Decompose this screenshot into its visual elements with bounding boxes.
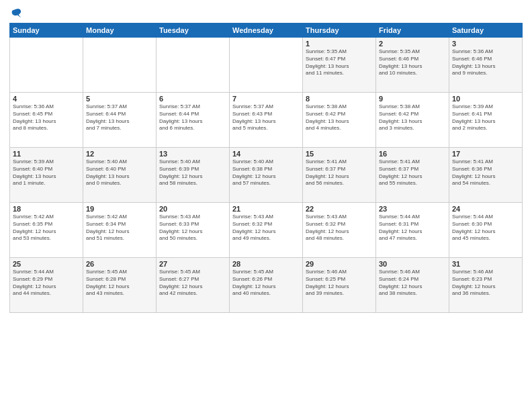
logo <box>9 7 22 19</box>
day-info: Sunrise: 5:38 AMSunset: 6:42 PMDaylight:… <box>379 103 446 132</box>
calendar-cell: 24Sunrise: 5:44 AMSunset: 6:30 PMDayligh… <box>449 203 523 258</box>
day-number: 22 <box>306 205 373 213</box>
day-info: Sunrise: 5:39 AMSunset: 6:40 PMDaylight:… <box>13 158 80 187</box>
day-number: 25 <box>13 260 80 268</box>
day-info: Sunrise: 5:38 AMSunset: 6:42 PMDaylight:… <box>306 103 373 132</box>
day-info: Sunrise: 5:36 AMSunset: 6:46 PMDaylight:… <box>452 48 519 77</box>
day-number: 6 <box>159 95 226 103</box>
day-number: 10 <box>452 95 519 103</box>
calendar-cell <box>157 38 230 93</box>
weekday-header-tuesday: Tuesday <box>157 24 230 38</box>
day-number: 8 <box>306 95 373 103</box>
day-info: Sunrise: 5:36 AMSunset: 6:45 PMDaylight:… <box>13 103 80 132</box>
day-number: 31 <box>452 260 519 268</box>
day-number: 30 <box>379 260 446 268</box>
day-number: 4 <box>13 95 80 103</box>
calendar-cell: 23Sunrise: 5:44 AMSunset: 6:31 PMDayligh… <box>376 203 449 258</box>
calendar-cell: 28Sunrise: 5:45 AMSunset: 6:26 PMDayligh… <box>230 258 303 313</box>
day-number: 18 <box>13 205 80 213</box>
calendar-week-row: 11Sunrise: 5:39 AMSunset: 6:40 PMDayligh… <box>10 148 523 203</box>
calendar-cell: 22Sunrise: 5:43 AMSunset: 6:32 PMDayligh… <box>303 203 376 258</box>
day-info: Sunrise: 5:37 AMSunset: 6:44 PMDaylight:… <box>159 103 226 132</box>
calendar-cell: 16Sunrise: 5:41 AMSunset: 6:37 PMDayligh… <box>376 148 449 203</box>
day-number: 29 <box>306 260 373 268</box>
day-number: 28 <box>232 260 300 268</box>
weekday-header-wednesday: Wednesday <box>230 24 303 38</box>
day-info: Sunrise: 5:46 AMSunset: 6:24 PMDaylight:… <box>379 269 446 298</box>
calendar-cell: 31Sunrise: 5:46 AMSunset: 6:23 PMDayligh… <box>449 258 523 313</box>
day-number: 12 <box>86 150 153 158</box>
header <box>9 7 523 19</box>
day-info: Sunrise: 5:45 AMSunset: 6:26 PMDaylight:… <box>232 269 300 298</box>
day-info: Sunrise: 5:43 AMSunset: 6:32 PMDaylight:… <box>306 214 373 242</box>
day-number: 7 <box>232 95 300 103</box>
calendar-table: SundayMondayTuesdayWednesdayThursdayFrid… <box>9 23 523 313</box>
weekday-header-friday: Friday <box>376 24 449 38</box>
day-number: 27 <box>159 260 226 268</box>
calendar-cell: 26Sunrise: 5:45 AMSunset: 6:28 PMDayligh… <box>83 258 157 313</box>
calendar-cell: 18Sunrise: 5:42 AMSunset: 6:35 PMDayligh… <box>10 203 83 258</box>
weekday-header-row: SundayMondayTuesdayWednesdayThursdayFrid… <box>10 24 523 38</box>
day-info: Sunrise: 5:39 AMSunset: 6:41 PMDaylight:… <box>452 103 519 132</box>
day-info: Sunrise: 5:42 AMSunset: 6:35 PMDaylight:… <box>13 214 80 242</box>
day-info: Sunrise: 5:41 AMSunset: 6:37 PMDaylight:… <box>379 158 446 187</box>
day-info: Sunrise: 5:37 AMSunset: 6:43 PMDaylight:… <box>232 103 300 132</box>
day-info: Sunrise: 5:46 AMSunset: 6:25 PMDaylight:… <box>306 269 373 298</box>
day-number: 23 <box>379 205 446 213</box>
day-info: Sunrise: 5:44 AMSunset: 6:31 PMDaylight:… <box>379 214 446 242</box>
calendar-cell: 30Sunrise: 5:46 AMSunset: 6:24 PMDayligh… <box>376 258 449 313</box>
calendar-cell <box>10 38 83 93</box>
day-info: Sunrise: 5:35 AMSunset: 6:46 PMDaylight:… <box>379 48 446 77</box>
day-info: Sunrise: 5:40 AMSunset: 6:38 PMDaylight:… <box>232 158 300 187</box>
day-info: Sunrise: 5:42 AMSunset: 6:34 PMDaylight:… <box>86 214 153 242</box>
calendar-cell: 11Sunrise: 5:39 AMSunset: 6:40 PMDayligh… <box>10 148 83 203</box>
page-container: SundayMondayTuesdayWednesdayThursdayFrid… <box>0 0 532 317</box>
calendar-cell <box>230 38 303 93</box>
day-info: Sunrise: 5:41 AMSunset: 6:36 PMDaylight:… <box>452 158 519 187</box>
day-number: 21 <box>232 205 300 213</box>
day-number: 14 <box>232 150 300 158</box>
calendar-cell: 17Sunrise: 5:41 AMSunset: 6:36 PMDayligh… <box>449 148 523 203</box>
day-info: Sunrise: 5:37 AMSunset: 6:44 PMDaylight:… <box>86 103 153 132</box>
calendar-cell: 10Sunrise: 5:39 AMSunset: 6:41 PMDayligh… <box>449 93 523 148</box>
day-number: 1 <box>306 40 373 48</box>
calendar-week-row: 18Sunrise: 5:42 AMSunset: 6:35 PMDayligh… <box>10 203 523 258</box>
calendar-cell <box>83 38 157 93</box>
calendar-cell: 19Sunrise: 5:42 AMSunset: 6:34 PMDayligh… <box>83 203 157 258</box>
day-number: 20 <box>159 205 226 213</box>
day-info: Sunrise: 5:44 AMSunset: 6:30 PMDaylight:… <box>452 214 519 242</box>
calendar-cell: 3Sunrise: 5:36 AMSunset: 6:46 PMDaylight… <box>449 38 523 93</box>
calendar-cell: 7Sunrise: 5:37 AMSunset: 6:43 PMDaylight… <box>230 93 303 148</box>
day-info: Sunrise: 5:46 AMSunset: 6:23 PMDaylight:… <box>452 269 519 298</box>
calendar-cell: 8Sunrise: 5:38 AMSunset: 6:42 PMDaylight… <box>303 93 376 148</box>
calendar-cell: 12Sunrise: 5:40 AMSunset: 6:40 PMDayligh… <box>83 148 157 203</box>
day-number: 11 <box>13 150 80 158</box>
day-info: Sunrise: 5:44 AMSunset: 6:29 PMDaylight:… <box>13 269 80 298</box>
logo-bird-icon <box>10 7 22 19</box>
day-info: Sunrise: 5:40 AMSunset: 6:40 PMDaylight:… <box>86 158 153 187</box>
calendar-cell: 21Sunrise: 5:43 AMSunset: 6:32 PMDayligh… <box>230 203 303 258</box>
calendar-cell: 25Sunrise: 5:44 AMSunset: 6:29 PMDayligh… <box>10 258 83 313</box>
calendar-cell: 5Sunrise: 5:37 AMSunset: 6:44 PMDaylight… <box>83 93 157 148</box>
day-number: 3 <box>452 40 519 48</box>
calendar-cell: 4Sunrise: 5:36 AMSunset: 6:45 PMDaylight… <box>10 93 83 148</box>
calendar-week-row: 4Sunrise: 5:36 AMSunset: 6:45 PMDaylight… <box>10 93 523 148</box>
calendar-cell: 13Sunrise: 5:40 AMSunset: 6:39 PMDayligh… <box>157 148 230 203</box>
day-info: Sunrise: 5:45 AMSunset: 6:28 PMDaylight:… <box>86 269 153 298</box>
calendar-cell: 1Sunrise: 5:35 AMSunset: 6:47 PMDaylight… <box>303 38 376 93</box>
calendar-cell: 29Sunrise: 5:46 AMSunset: 6:25 PMDayligh… <box>303 258 376 313</box>
calendar-cell: 2Sunrise: 5:35 AMSunset: 6:46 PMDaylight… <box>376 38 449 93</box>
weekday-header-sunday: Sunday <box>10 24 83 38</box>
calendar-cell: 20Sunrise: 5:43 AMSunset: 6:33 PMDayligh… <box>157 203 230 258</box>
weekday-header-monday: Monday <box>83 24 157 38</box>
day-info: Sunrise: 5:43 AMSunset: 6:33 PMDaylight:… <box>159 214 226 242</box>
day-number: 24 <box>452 205 519 213</box>
calendar-cell: 14Sunrise: 5:40 AMSunset: 6:38 PMDayligh… <box>230 148 303 203</box>
calendar-week-row: 1Sunrise: 5:35 AMSunset: 6:47 PMDaylight… <box>10 38 523 93</box>
calendar-cell: 6Sunrise: 5:37 AMSunset: 6:44 PMDaylight… <box>157 93 230 148</box>
weekday-header-thursday: Thursday <box>303 24 376 38</box>
day-info: Sunrise: 5:43 AMSunset: 6:32 PMDaylight:… <box>232 214 300 242</box>
day-number: 5 <box>86 95 153 103</box>
day-number: 19 <box>86 205 153 213</box>
weekday-header-saturday: Saturday <box>449 24 523 38</box>
